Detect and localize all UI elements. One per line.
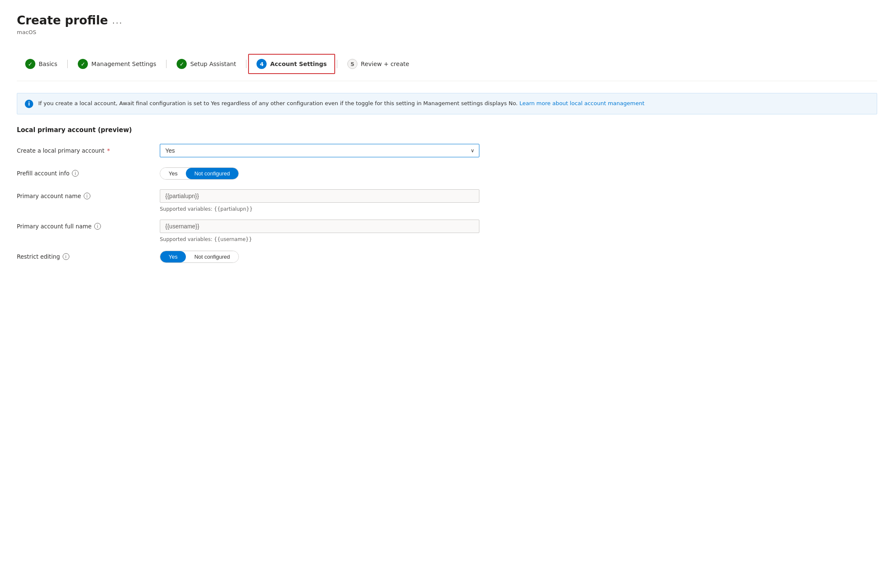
info-banner-text: If you create a local account, Await fin… bbox=[38, 99, 645, 108]
field-primary-account-full-name: Primary account full name i bbox=[17, 219, 479, 234]
label-text-primary-name: Primary account name bbox=[17, 193, 81, 199]
field-primary-account-name: Primary account name i bbox=[17, 188, 479, 204]
step-account-settings[interactable]: 4 Account Settings bbox=[248, 54, 335, 74]
required-asterisk: * bbox=[107, 147, 110, 154]
title-ellipsis[interactable]: ... bbox=[112, 16, 123, 26]
label-text-restrict: Restrict editing bbox=[17, 253, 60, 260]
page-subtitle: macOS bbox=[17, 29, 877, 35]
step-sep-3 bbox=[246, 60, 246, 68]
control-primary-account-name bbox=[160, 189, 479, 203]
support-vars-username: Supported variables: {{username}} bbox=[17, 236, 479, 242]
label-primary-account-full-name: Primary account full name i bbox=[17, 223, 160, 230]
step-review-create[interactable]: 5 Review + create bbox=[339, 54, 418, 74]
info-banner-body: If you create a local account, Await fin… bbox=[38, 100, 518, 106]
info-icon-restrict[interactable]: i bbox=[63, 253, 69, 260]
step-label-basics: Basics bbox=[39, 61, 57, 67]
step-setup-assistant[interactable]: ✓ Setup Assistant bbox=[168, 54, 244, 74]
wizard-steps: ✓ Basics ✓ Management Settings ✓ Setup A… bbox=[17, 47, 877, 81]
step-icon-management: ✓ bbox=[78, 59, 88, 69]
step-label-account: Account Settings bbox=[270, 61, 327, 67]
step-label-review: Review + create bbox=[361, 61, 409, 67]
step-icon-review: 5 bbox=[347, 59, 357, 69]
toggle-prefill-not-configured[interactable]: Not configured bbox=[186, 168, 238, 179]
title-text: Create profile bbox=[17, 13, 108, 27]
support-vars-partialupn: Supported variables: {{partialupn}} bbox=[17, 206, 479, 212]
info-banner: i If you create a local account, Await f… bbox=[17, 93, 877, 114]
support-vars-text-partialupn: Supported variables: {{partialupn}} bbox=[160, 206, 253, 212]
page-header: Create profile ... macOS bbox=[17, 13, 877, 35]
control-prefill-account-info: Yes Not configured bbox=[160, 167, 479, 180]
step-label-management: Management Settings bbox=[91, 61, 156, 67]
label-create-local-primary-account: Create a local primary account * bbox=[17, 147, 160, 154]
info-banner-link[interactable]: Learn more about local account managemen… bbox=[519, 100, 644, 106]
step-icon-setup: ✓ bbox=[177, 59, 187, 69]
step-label-setup: Setup Assistant bbox=[190, 61, 236, 67]
field-restrict-editing: Restrict editing i Yes Not configured bbox=[17, 249, 479, 264]
step-icon-basics: ✓ bbox=[25, 59, 35, 69]
page-title: Create profile ... bbox=[17, 13, 877, 27]
step-icon-account: 4 bbox=[257, 59, 267, 69]
dropdown-create-local-primary[interactable]: Yes No bbox=[160, 144, 479, 157]
step-sep-4 bbox=[337, 60, 337, 68]
info-banner-icon: i bbox=[25, 100, 33, 108]
toggle-restrict-not-configured[interactable]: Not configured bbox=[186, 251, 238, 262]
toggle-prefill-yes[interactable]: Yes bbox=[160, 168, 186, 179]
step-sep-1 bbox=[67, 60, 68, 68]
section-title: Local primary account (preview) bbox=[17, 126, 479, 134]
support-vars-text-username: Supported variables: {{username}} bbox=[160, 236, 252, 242]
step-sep-2 bbox=[166, 60, 167, 68]
field-create-local-primary-account: Create a local primary account * Yes No … bbox=[17, 143, 479, 158]
label-primary-account-name: Primary account name i bbox=[17, 193, 160, 199]
toggle-restrict-yes[interactable]: Yes bbox=[160, 251, 186, 262]
control-restrict-editing: Yes Not configured bbox=[160, 251, 479, 263]
toggle-restrict: Yes Not configured bbox=[160, 251, 239, 263]
control-primary-account-full-name bbox=[160, 220, 479, 233]
input-primary-account-name[interactable] bbox=[160, 189, 479, 203]
input-primary-account-full-name[interactable] bbox=[160, 220, 479, 233]
info-icon-prefill[interactable]: i bbox=[72, 170, 79, 177]
info-icon-primary-fullname[interactable]: i bbox=[94, 223, 101, 230]
form-section: Local primary account (preview) Create a… bbox=[17, 126, 479, 264]
step-management-settings[interactable]: ✓ Management Settings bbox=[69, 54, 164, 74]
field-prefill-account-info: Prefill account info i Yes Not configure… bbox=[17, 166, 479, 181]
step-basics[interactable]: ✓ Basics bbox=[17, 54, 66, 74]
label-text-prefill: Prefill account info bbox=[17, 170, 69, 177]
dropdown-wrapper-create: Yes No ∨ bbox=[160, 144, 479, 157]
toggle-prefill: Yes Not configured bbox=[160, 167, 239, 180]
label-restrict-editing: Restrict editing i bbox=[17, 253, 160, 260]
label-prefill-account-info: Prefill account info i bbox=[17, 170, 160, 177]
control-create-local-primary-account: Yes No ∨ bbox=[160, 144, 479, 157]
info-icon-primary-name[interactable]: i bbox=[84, 193, 90, 199]
label-text-create: Create a local primary account bbox=[17, 147, 104, 154]
label-text-primary-fullname: Primary account full name bbox=[17, 223, 92, 230]
